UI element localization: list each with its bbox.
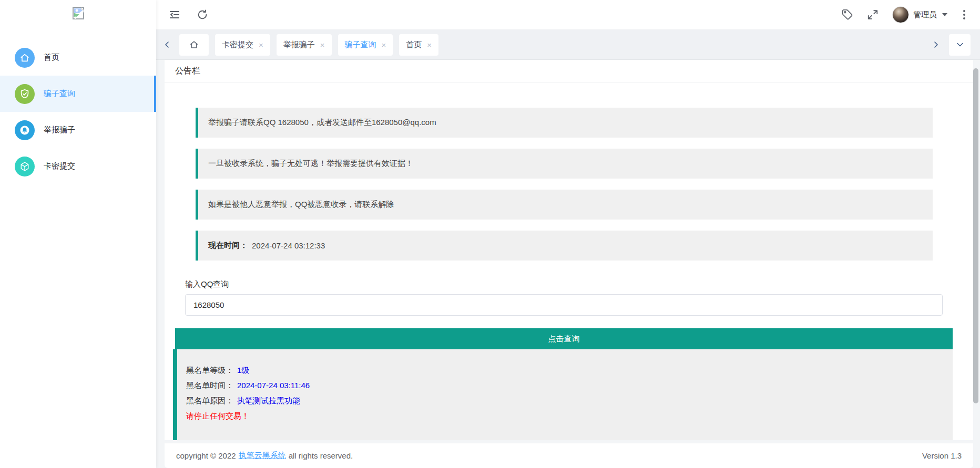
app-logo — [0, 5, 156, 21]
tab-label: 首页 — [406, 40, 422, 50]
tab-bar: 卡密提交 × 举报骗子 × 骗子查询 × 首页 × — [156, 30, 980, 60]
sidebar-item-label: 首页 — [44, 53, 59, 63]
sidebar-item-label: 骗子查询 — [44, 89, 75, 99]
header-left-actions — [156, 8, 208, 21]
sidebar-item-report-scammer[interactable]: 举报骗子 — [0, 112, 156, 148]
tab-label: 举报骗子 — [283, 40, 315, 50]
sidebar-menu: 首页 骗子查询 举报骗子 — [0, 39, 156, 184]
blacklist-result: 黑名单等级：1级 黑名单时间：2024-07-24 03:11:46 黑名单原因… — [173, 349, 953, 440]
result-row: 黑名单原因：执笔测试拉黑功能 — [186, 393, 953, 408]
cube-icon — [15, 157, 35, 176]
tabs-scroll-left[interactable] — [161, 34, 173, 56]
footer: copyright © 2022 执笔云黑系统 all rights reser… — [165, 443, 973, 468]
version-label: Version 1.3 — [922, 451, 962, 460]
top-header: 管理员 — [156, 0, 980, 30]
tab-report-scammer[interactable]: 举报骗子 × — [277, 34, 332, 56]
main-content: 公告栏 举报骗子请联系QQ 1628050，或者发送邮件至1628050@qq.… — [165, 60, 973, 440]
user-name: 管理员 — [913, 10, 937, 20]
tab-home[interactable]: 首页 × — [399, 34, 438, 56]
announcement-item: 如果是被他人恶意举报，QQ被恶意收录，请联系解除 — [196, 190, 933, 220]
system-link[interactable]: 执笔云黑系统 — [239, 451, 286, 461]
result-label: 黑名单时间： — [186, 381, 233, 390]
announcement-item: 一旦被收录系统，骗子无处可逃！举报需要提供有效证据！ — [196, 149, 933, 179]
close-icon[interactable]: × — [259, 41, 263, 49]
close-icon[interactable]: × — [320, 41, 325, 49]
tab-home-icon[interactable] — [179, 34, 209, 56]
copyright-suffix: all rights reserved. — [289, 451, 353, 460]
sidebar-item-label: 举报骗子 — [44, 125, 75, 135]
tabs-menu-button[interactable] — [949, 34, 971, 56]
caret-down-icon — [942, 13, 947, 16]
user-menu[interactable]: 管理员 — [892, 6, 947, 23]
avatar — [892, 6, 909, 23]
home-icon — [15, 48, 35, 68]
tag-icon[interactable] — [842, 9, 853, 20]
sidebar-item-home[interactable]: 首页 — [0, 39, 156, 76]
sidebar: 首页 骗子查询 举报骗子 — [0, 0, 156, 468]
copyright-prefix: copyright © 2022 — [176, 451, 236, 460]
tab-scammer-query[interactable]: 骗子查询 × — [338, 34, 393, 56]
tab-label: 卡密提交 — [222, 40, 253, 50]
tab-label: 骗子查询 — [345, 40, 376, 50]
kebab-menu-icon[interactable] — [961, 8, 967, 22]
shield-check-icon — [15, 84, 35, 104]
close-icon[interactable]: × — [427, 41, 432, 49]
sidebar-item-label: 卡密提交 — [44, 161, 75, 171]
query-input-label: 输入QQ查询 — [185, 279, 973, 289]
refresh-icon[interactable] — [197, 9, 208, 20]
result-label: 黑名单原因： — [186, 396, 233, 405]
tabs-scroll-right[interactable] — [930, 34, 942, 56]
result-row: 黑名单等级：1级 — [186, 362, 953, 378]
announcement-text: 如果是被他人恶意举报，QQ被恶意收录，请联系解除 — [208, 200, 394, 210]
result-warning: 请停止任何交易！ — [186, 408, 953, 423]
result-value: 1级 — [237, 366, 249, 375]
sidebar-item-scammer-query[interactable]: 骗子查询 — [0, 76, 156, 112]
qq-query-input[interactable] — [185, 294, 943, 316]
broken-image-icon — [72, 6, 85, 20]
query-button[interactable]: 点击查询 — [175, 328, 953, 349]
announcement-panel-title: 公告栏 — [165, 60, 973, 82]
fullscreen-icon[interactable] — [867, 9, 879, 20]
time-value: 2024-07-24 03:12:33 — [252, 241, 325, 250]
result-label: 黑名单等级： — [186, 366, 233, 375]
vertical-scrollbar[interactable] — [973, 68, 978, 403]
announcement-list: 举报骗子请联系QQ 1628050，或者发送邮件至1628050@qq.com … — [165, 82, 973, 261]
announcement-time-item: 现在时间： 2024-07-24 03:12:33 — [196, 231, 933, 261]
close-icon[interactable]: × — [382, 41, 386, 49]
tab-card-submit[interactable]: 卡密提交 × — [215, 34, 270, 56]
result-value: 执笔测试拉黑功能 — [237, 396, 300, 405]
bell-icon — [15, 120, 35, 140]
fold-menu-icon[interactable] — [168, 8, 181, 21]
result-value: 2024-07-24 03:11:46 — [237, 381, 310, 390]
announcement-item: 举报骗子请联系QQ 1628050，或者发送邮件至1628050@qq.com — [196, 108, 933, 138]
announcement-text: 举报骗子请联系QQ 1628050，或者发送邮件至1628050@qq.com — [208, 118, 436, 128]
chevron-down-icon — [956, 40, 964, 49]
header-right-actions: 管理员 — [842, 6, 980, 23]
result-row: 黑名单时间：2024-07-24 03:11:46 — [186, 378, 953, 393]
sidebar-item-card-submit[interactable]: 卡密提交 — [0, 148, 156, 184]
announcement-text: 一旦被收录系统，骗子无处可逃！举报需要提供有效证据！ — [208, 159, 413, 169]
time-label: 现在时间： — [208, 241, 248, 251]
